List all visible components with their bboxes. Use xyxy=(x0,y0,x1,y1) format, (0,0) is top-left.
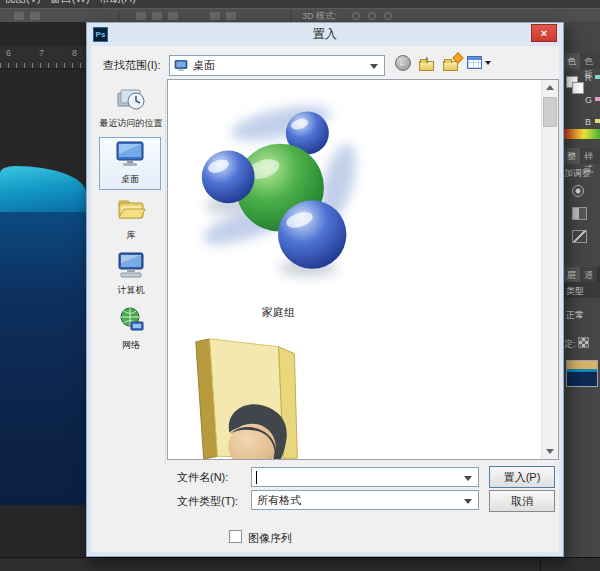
chevron-down-icon xyxy=(464,476,472,481)
back-arrow-icon: ← xyxy=(395,55,411,71)
ruler-number: 7 xyxy=(39,48,44,58)
adjustments-panel-tabs: 整 样式 xyxy=(563,148,600,164)
image-sequence-checkbox[interactable] xyxy=(229,530,242,543)
options-icon[interactable] xyxy=(30,12,40,20)
chevron-down-icon xyxy=(464,499,472,504)
up-arrow-icon: ↑ xyxy=(424,53,430,65)
lock-transparency-icon[interactable] xyxy=(578,337,589,348)
file-type-value: 所有格式 xyxy=(257,494,301,506)
look-in-dropdown[interactable]: 桌面 xyxy=(169,55,385,76)
places-sidebar: 最近访问的位置 桌面 xyxy=(97,82,166,464)
brightness-contrast-icon[interactable] xyxy=(572,185,584,197)
layer-filter-kind-label[interactable]: 类型 xyxy=(566,286,584,296)
tab-channels[interactable]: 通 xyxy=(580,267,597,283)
desktop-icon xyxy=(174,60,188,71)
scroll-down-button[interactable] xyxy=(542,443,558,459)
desktop-icon xyxy=(114,140,146,168)
menu-bar-items[interactable]: 视图(V) 窗口(W) 帮助(H) xyxy=(4,0,136,6)
green-slider[interactable] xyxy=(595,97,600,101)
color-panel-tabs: 色 色板 xyxy=(563,53,600,69)
new-folder-button[interactable] xyxy=(443,55,461,73)
options-icon[interactable] xyxy=(352,12,360,20)
sidebar-item-label: 桌面 xyxy=(100,173,160,186)
sidebar-item-label: 最近访问的位置 xyxy=(97,117,165,130)
sidebar-item-network[interactable]: 网络 xyxy=(97,306,165,352)
ruler-ticks xyxy=(0,63,86,68)
sidebar-item-recent-places[interactable]: 最近访问的位置 xyxy=(97,84,165,130)
dialog-title-bar[interactable]: Ps 置入 × xyxy=(87,23,563,46)
triangle-down-icon xyxy=(546,449,554,454)
recent-places-icon xyxy=(115,84,147,112)
scroll-up-button[interactable] xyxy=(542,80,558,96)
scrollbar[interactable] xyxy=(541,80,558,459)
options-icon[interactable] xyxy=(152,12,162,20)
red-slider-label: R xyxy=(585,73,592,83)
color-ramp[interactable] xyxy=(563,129,600,139)
image-bokeh-region xyxy=(0,102,86,172)
view-menu-button[interactable] xyxy=(467,55,493,73)
up-one-level-button[interactable]: ↑ xyxy=(419,55,437,73)
file-name-label: 文件名(N): xyxy=(177,470,228,485)
menu-bar: 视图(V) 窗口(W) 帮助(H) xyxy=(0,0,600,8)
background-swatch[interactable] xyxy=(572,82,584,94)
sidebar-item-label: 库 xyxy=(97,229,165,242)
foreground-background-swatch-icon[interactable] xyxy=(566,76,584,94)
back-button[interactable]: ← xyxy=(395,55,413,73)
sidebar-item-computer[interactable]: 计算机 xyxy=(97,251,165,297)
levels-icon[interactable] xyxy=(572,207,587,220)
dialog-title: 置入 xyxy=(87,23,563,46)
blue-slider[interactable] xyxy=(595,119,600,123)
canvas-area: 6 7 8 xyxy=(0,22,86,571)
options-icon[interactable] xyxy=(226,12,236,20)
horizontal-ruler: 6 7 8 xyxy=(0,46,86,69)
tab-swatches[interactable]: 色板 xyxy=(580,53,600,69)
file-type-label: 文件类型(T): xyxy=(177,494,238,509)
network-icon xyxy=(115,306,147,334)
file-item-user-folder[interactable] xyxy=(182,330,322,460)
image-wave-region xyxy=(0,166,86,212)
libraries-icon xyxy=(115,196,147,224)
image-sequence-label: 图像序列 xyxy=(248,531,292,546)
options-icon[interactable] xyxy=(384,12,392,20)
cancel-button[interactable]: 取消 xyxy=(489,490,555,512)
tab-styles[interactable]: 样式 xyxy=(580,148,600,164)
tab-color[interactable]: 色 xyxy=(563,53,580,69)
close-button[interactable]: × xyxy=(531,24,557,42)
tab-layers[interactable]: 层 xyxy=(563,267,580,283)
options-divider xyxy=(290,11,291,21)
photoshop-window: 视图(V) 窗口(W) 帮助(H) 3D 模式: 6 7 8 色 xyxy=(0,0,600,571)
file-list[interactable]: 家庭组 xyxy=(167,79,559,460)
blue-slider-label: B xyxy=(585,117,591,127)
text-cursor xyxy=(256,471,257,484)
status-bar xyxy=(0,557,600,571)
views-grid-icon xyxy=(467,56,482,69)
curves-icon[interactable] xyxy=(572,230,587,243)
sidebar-item-label: 网络 xyxy=(97,339,165,352)
look-in-label: 查找范围(I): xyxy=(103,58,160,73)
place-button[interactable]: 置入(P) xyxy=(489,466,555,488)
chevron-down-icon xyxy=(370,64,378,69)
file-item-homegroup[interactable]: 家庭组 xyxy=(186,86,371,320)
options-icon[interactable] xyxy=(210,12,220,20)
user-folder-icon xyxy=(182,330,320,460)
red-slider[interactable] xyxy=(595,75,600,79)
options-icon[interactable] xyxy=(136,12,146,20)
options-icon[interactable] xyxy=(168,12,178,20)
blend-mode-value[interactable]: 正常 xyxy=(566,309,584,322)
sidebar-item-libraries[interactable]: 库 xyxy=(97,196,165,242)
file-name-input[interactable] xyxy=(251,467,479,487)
green-slider-label: G xyxy=(585,95,592,105)
options-icon[interactable] xyxy=(368,12,376,20)
scrollbar-thumb[interactable] xyxy=(543,97,557,127)
computer-icon xyxy=(115,251,147,279)
layers-panel-tabs: 层 通 xyxy=(563,267,600,283)
layer-thumbnail[interactable] xyxy=(566,360,598,387)
file-type-dropdown[interactable]: 所有格式 xyxy=(251,490,479,510)
options-divider xyxy=(118,11,119,21)
image-deep-blue-region xyxy=(0,212,86,505)
sidebar-item-desktop[interactable]: 桌面 xyxy=(99,137,161,190)
tab-adjustments[interactable]: 整 xyxy=(563,148,580,164)
options-icon[interactable] xyxy=(14,12,24,20)
file-item-label: 家庭组 xyxy=(186,305,371,320)
lock-label: 定: xyxy=(564,337,589,351)
